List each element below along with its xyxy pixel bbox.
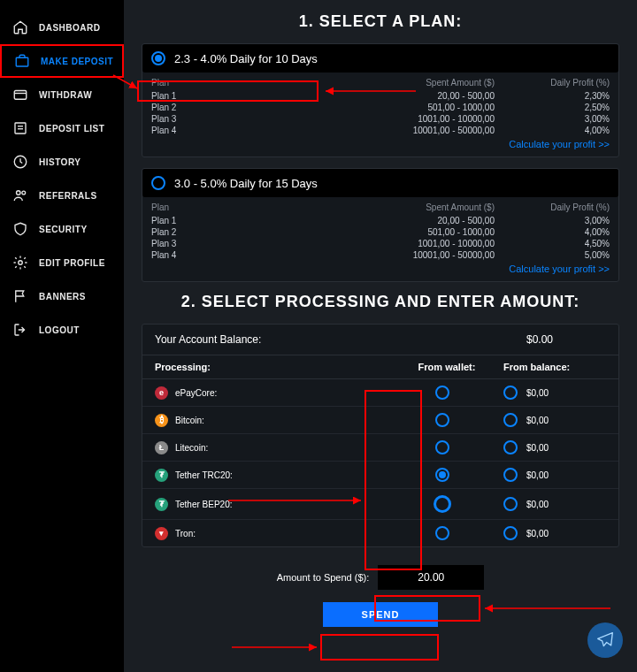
plan-row: Plan 410001,00 - 50000,004,00% [142,125,618,136]
sidebar-item-label: BANNERS [39,292,86,302]
processor-icon: ▾ [155,527,168,540]
spend-button[interactable]: SPEND [323,602,438,627]
processor-balance: $0,00 [526,500,549,509]
sidebar-item-label: HISTORY [39,157,81,167]
svg-point-8 [19,261,23,265]
sidebar-item-label: MAKE DEPOSIT [41,57,113,66]
processor-row: ŁLitecoin:$0,00 [142,434,618,462]
processor-row: ▾Tron:$0,00 [142,520,618,546]
from-balance-radio[interactable] [503,386,518,400]
processor-balance: $0,00 [526,443,549,453]
sidebar: DASHBOARDMAKE DEPOSITWITHDRAWDEPOSIT LIS… [0,0,124,672]
processor-icon: ₮ [155,469,168,482]
processor-name: ePayCore: [175,388,217,398]
plan-card: 2.3 - 4.0% Daily for 10 DaysPlanSpent Am… [142,43,619,157]
sidebar-item-label: REFERRALS [39,191,97,201]
processor-icon: ₮ [155,498,168,511]
sidebar-item-history[interactable]: HISTORY [0,145,124,179]
processor-icon: e [155,386,168,400]
main-content: 1. SELECT A PLAN: 2.3 - 4.0% Daily for 1… [124,0,637,672]
balance-label: Your Account Balance: [155,333,473,346]
from-wallet-radio[interactable] [435,526,449,540]
from-balance-radio[interactable] [503,526,518,540]
telegram-fab[interactable] [587,622,623,658]
plan-row: Plan 410001,00 - 50000,005,00% [142,249,618,261]
from-wallet-radio[interactable] [435,386,449,400]
plan-header[interactable]: 2.3 - 4.0% Daily for 10 Days [142,44,618,73]
processor-name: Litecoin: [175,443,208,453]
sidebar-item-withdraw[interactable]: WITHDRAW [0,78,124,111]
sidebar-item-deposit-list[interactable]: DEPOSIT LIST [0,111,124,145]
from-wallet-radio[interactable] [434,495,451,513]
plan-header[interactable]: 3.0 - 5.0% Daily for 15 Days [142,169,618,197]
sidebar-item-logout[interactable]: LOGOUT [0,313,124,347]
from-balance-radio[interactable] [503,440,518,454]
step2-heading: 2. SELECT PROCESSING AND ENTER AMOUNT: [142,293,619,311]
sidebar-item-label: WITHDRAW [39,90,92,100]
from-balance-radio[interactable] [503,497,518,511]
sidebar-item-label: DEPOSIT LIST [39,124,104,134]
plan-card: 3.0 - 5.0% Daily for 15 DaysPlanSpent Am… [142,168,619,282]
shield-icon [12,221,28,237]
processor-name: Tron: [175,529,196,538]
sidebar-item-label: LOGOUT [39,325,80,335]
amount-label: Amount to Spend ($): [277,572,370,583]
logout-icon [12,322,28,338]
svg-rect-1 [14,91,27,100]
plan-radio[interactable] [151,176,165,190]
plan-row: Plan 120,00 - 500,002,30% [142,90,618,102]
plan-title: 3.0 - 5.0% Daily for 15 Days [174,177,318,190]
svg-rect-0 [16,57,28,66]
sidebar-item-dashboard[interactable]: DASHBOARD [0,11,124,44]
step1-heading: 1. SELECT A PLAN: [142,12,619,31]
from-wallet-radio[interactable] [435,468,449,482]
processor-row: eePayCore:$0,00 [142,379,618,407]
processor-name: Tether TRC20: [175,470,233,480]
processor-row: ₮Tether BEP20:$0,00 [142,489,618,520]
calculate-profit-link[interactable]: Calculate your profit >> [142,136,618,157]
processor-icon: Ł [155,441,168,454]
calculate-profit-link[interactable]: Calculate your profit >> [142,261,618,281]
processor-balance: $0,00 [526,470,549,480]
from-balance-radio[interactable] [503,413,518,427]
svg-point-6 [17,191,21,195]
gear-icon [12,255,28,271]
flag-icon [12,288,28,304]
sidebar-item-label: SECURITY [39,225,88,234]
processor-balance: $0,00 [526,388,549,398]
plan-title: 2.3 - 4.0% Daily for 10 Days [174,52,318,65]
plan-radio[interactable] [151,51,165,65]
sidebar-item-banners[interactable]: BANNERS [0,279,124,313]
clock-icon [12,154,28,170]
svg-point-7 [22,191,26,195]
processor-name: Tether BEP20: [175,500,232,509]
processor-name: Bitcoin: [175,416,204,425]
sidebar-item-label: DASHBOARD [39,23,101,33]
sidebar-item-edit-profile[interactable]: EDIT PROFILE [0,246,124,279]
sidebar-item-make-deposit[interactable]: MAKE DEPOSIT [0,44,124,78]
plan-row: Plan 2501,00 - 1000,004,00% [142,226,618,238]
from-wallet-radio[interactable] [435,440,449,454]
briefcase-icon [14,53,30,69]
plan-row: Plan 120,00 - 500,003,00% [142,215,618,226]
processor-balance: $0,00 [526,416,549,425]
telegram-icon [596,631,614,649]
sidebar-item-security[interactable]: SECURITY [0,212,124,246]
processor-row: ₿Bitcoin:$0,00 [142,407,618,434]
home-icon [12,19,28,35]
from-wallet-radio[interactable] [435,413,449,427]
sidebar-item-referrals[interactable]: REFERRALS [0,179,124,212]
plan-row: Plan 31001,00 - 10000,003,00% [142,113,618,125]
from-balance-header: From balance: [491,362,606,372]
processing-panel: Your Account Balance: $0.00 Processing: … [142,324,619,547]
processing-header: Processing: [155,362,403,372]
from-wallet-header: From wallet: [403,362,491,372]
plan-row: Plan 31001,00 - 10000,004,50% [142,238,618,249]
users-icon [12,187,28,203]
from-balance-radio[interactable] [503,468,518,482]
processor-row: ₮Tether TRC20:$0,00 [142,462,618,489]
processor-balance: $0,00 [526,529,549,538]
list-icon [12,120,28,136]
wallet-icon [12,87,28,103]
amount-input[interactable] [378,565,484,590]
